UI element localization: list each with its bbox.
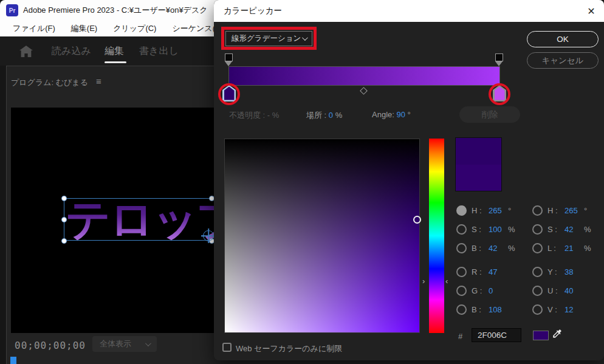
selection-handle[interactable]: [61, 238, 67, 244]
radio-yuv-y[interactable]: [532, 267, 543, 277]
timecode[interactable]: 00;00;00;00: [15, 340, 86, 351]
annotation-red-rectangle: [221, 27, 317, 50]
radio-yuv-u[interactable]: [532, 286, 543, 296]
opacity-control: 不透明度 : - %: [229, 110, 279, 121]
delete-stop-button[interactable]: 削除: [459, 106, 520, 123]
program-panel-title[interactable]: プログラム: むびまる: [11, 77, 88, 88]
location-value[interactable]: 0: [329, 111, 333, 120]
hue-slider[interactable]: [429, 139, 444, 333]
anchor-point-icon[interactable]: [203, 230, 214, 241]
hsb-group: H : 265 ° S : 100 % B : 42 %: [456, 205, 515, 253]
value-number[interactable]: 0: [489, 286, 508, 295]
zoom-level-value: 全体表示: [100, 338, 131, 349]
zoom-level-select[interactable]: 全体表示: [92, 336, 157, 352]
websafe-label: Web セーフカラーのみに制限: [236, 343, 342, 354]
app-title: Adobe Premiere Pro 2023 - C:¥ユーザー¥on¥デスク: [23, 0, 208, 20]
menu-clip[interactable]: クリップ(C): [105, 23, 164, 34]
opacity-label: 不透明度 :: [229, 111, 265, 120]
text-selection-box: [64, 198, 219, 241]
opacity-stop-left[interactable]: [225, 53, 233, 66]
value-number[interactable]: 12: [565, 305, 584, 314]
angle-value[interactable]: 90: [397, 110, 405, 119]
value-label: V :: [547, 305, 565, 314]
selection-handle[interactable]: [61, 217, 67, 222]
radio-hsl-h[interactable]: [532, 205, 543, 216]
menu-file[interactable]: ファイル(F): [5, 23, 63, 34]
value-label: H :: [472, 206, 489, 215]
value-number[interactable]: 265: [565, 206, 584, 215]
home-icon[interactable]: [19, 46, 33, 57]
chevron-down-icon: [145, 340, 151, 346]
value-label: U :: [547, 286, 565, 295]
location-control: 場所 : 0 %: [306, 110, 342, 121]
value-label: R :: [472, 267, 489, 276]
websafe-checkbox[interactable]: [222, 343, 232, 352]
value-unit: %: [508, 244, 515, 253]
value-label: S :: [472, 225, 489, 234]
value-number[interactable]: 265: [489, 206, 508, 215]
panel-menu-icon[interactable]: ≡: [96, 76, 101, 86]
value-row-r: R : 47: [456, 267, 508, 277]
radio-hsl-l[interactable]: [532, 243, 543, 253]
value-row-s2: S : 42 %: [532, 224, 591, 235]
selection-handle[interactable]: [61, 196, 67, 201]
gradient-midpoint-diamond[interactable]: [360, 87, 368, 95]
opacity-stop-pointer: [225, 61, 232, 66]
playhead-marker[interactable]: [10, 357, 16, 364]
radio-hsb-s[interactable]: [456, 224, 467, 235]
close-icon[interactable]: ✕: [578, 0, 604, 22]
opacity-value: - %: [267, 111, 280, 120]
eyedropper-icon[interactable]: [552, 328, 563, 339]
tab-edit[interactable]: 編集: [105, 45, 124, 58]
annotation-red-circle-left: [218, 83, 240, 105]
dialog-titlebar: カラーピッカー ✕: [214, 0, 604, 22]
value-label: L :: [547, 244, 565, 253]
angle-unit: °: [408, 110, 411, 119]
color-field-marker[interactable]: [413, 216, 421, 224]
radio-rgb-b[interactable]: [456, 304, 467, 315]
saturation-brightness-field[interactable]: [224, 139, 420, 333]
hex-color-swatch: [533, 331, 549, 340]
radio-hsb-b[interactable]: [456, 243, 467, 253]
tab-import[interactable]: 読み込み: [52, 45, 91, 58]
value-unit: %: [584, 225, 591, 234]
menu-edit[interactable]: 編集(E): [63, 23, 105, 34]
cancel-button[interactable]: キャンセル: [527, 52, 599, 69]
location-label: 場所 :: [306, 111, 326, 120]
ok-button[interactable]: OK: [527, 31, 599, 47]
hsl-group: H : 265 ° S : 42 % L : 21 %: [532, 205, 591, 253]
value-number[interactable]: 47: [489, 267, 508, 276]
color-picker-dialog: カラーピッカー ✕ 線形グラデーション OK キャンセル 不透明度 : - %: [214, 0, 604, 360]
value-unit: %: [508, 225, 515, 234]
value-number[interactable]: 108: [489, 305, 508, 314]
value-row-y: Y : 38: [532, 267, 584, 277]
value-number[interactable]: 42: [565, 225, 584, 234]
value-number[interactable]: 38: [565, 267, 584, 276]
premiere-logo-icon: Pr: [6, 4, 18, 16]
opacity-stop-right[interactable]: [495, 53, 504, 66]
value-row-b: B : 42 %: [456, 243, 515, 253]
gradient-preview-bar[interactable]: [229, 67, 499, 85]
radio-yuv-v[interactable]: [532, 304, 543, 315]
value-unit: °: [584, 206, 587, 215]
value-number[interactable]: 21: [565, 244, 584, 253]
value-number[interactable]: 100: [489, 225, 508, 234]
yuv-group: Y : 38 U : 40 V : 12: [532, 267, 584, 315]
radio-hsb-h[interactable]: [456, 205, 467, 216]
tab-export[interactable]: 書き出し: [139, 45, 179, 58]
radio-rgb-g[interactable]: [456, 286, 467, 296]
value-number[interactable]: 40: [565, 286, 584, 295]
value-label: B :: [472, 244, 489, 253]
hex-input[interactable]: 2F006C: [472, 328, 521, 342]
value-number[interactable]: 42: [489, 244, 508, 253]
dialog-title: カラーピッカー: [224, 0, 282, 22]
angle-label: Angle:: [372, 110, 394, 119]
radio-hsl-s[interactable]: [532, 224, 543, 235]
value-row-s: S : 100 %: [456, 224, 515, 235]
value-row-u: U : 40: [532, 286, 584, 296]
new-color: [456, 138, 501, 165]
value-label: H :: [547, 206, 565, 215]
radio-rgb-r[interactable]: [456, 267, 467, 277]
hex-hash-label: #: [458, 332, 462, 341]
location-unit: %: [335, 111, 343, 120]
